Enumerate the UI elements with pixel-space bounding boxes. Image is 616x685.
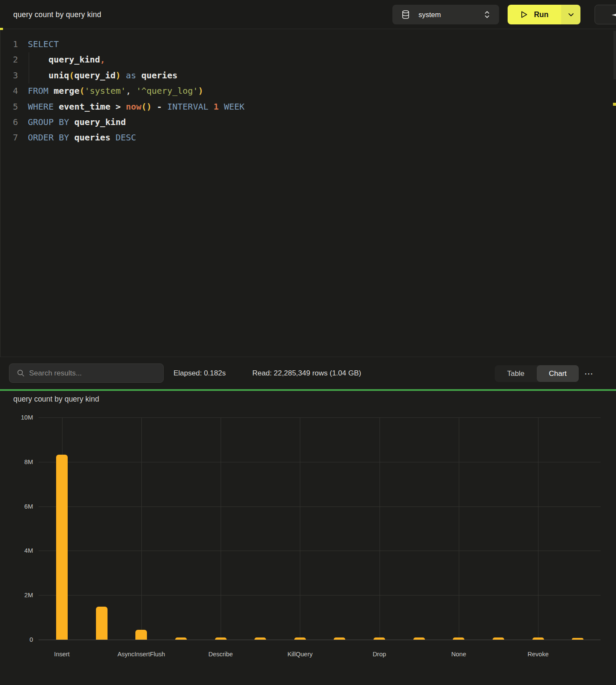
editor-overview-ruler[interactable]	[613, 30, 616, 357]
line-number: 5	[0, 99, 18, 114]
bar-insert[interactable]	[56, 455, 68, 640]
x-axis-label: Drop	[343, 651, 416, 658]
v-gridline	[380, 417, 380, 640]
code-text: SELECT	[28, 36, 59, 52]
y-axis-label: 8M	[0, 459, 33, 465]
code-text: WHERE event_time > now() - INTERVAL 1 WE…	[28, 99, 245, 114]
chart-panel: query count by query kind 10M8M6M4M2M0In…	[0, 391, 616, 685]
page-title: query count by query kind	[13, 0, 101, 29]
h-gridline	[39, 595, 601, 596]
code-text: uniq(query_id) as queries	[28, 68, 177, 83]
top-bar: query count by query kind system	[0, 0, 616, 29]
y-axis-label: 0	[0, 636, 33, 643]
bar-asyncinsertflush[interactable]	[135, 630, 147, 640]
line-number: 2	[0, 52, 18, 67]
code-text: GROUP BY query_kind	[28, 114, 126, 130]
chart-tab[interactable]: Chart	[537, 365, 579, 382]
ruler-cursor-mark	[613, 103, 616, 106]
line-number: 7	[0, 130, 18, 145]
v-gridline	[538, 417, 538, 640]
line-number: 6	[0, 114, 18, 130]
run-button[interactable]: Run	[508, 5, 561, 24]
code-line[interactable]: 1SELECT	[0, 36, 600, 52]
search-results-box[interactable]	[9, 363, 164, 383]
code-text: query_kind,	[28, 52, 105, 67]
sql-editor[interactable]: 1SELECT2 query_kind,3 uniq(query_id) as …	[0, 30, 616, 357]
code-line[interactable]: 4FROM merge('system', '^query_log')	[0, 83, 600, 98]
search-input[interactable]	[29, 369, 163, 378]
code-text: ORDER BY queries DESC	[28, 130, 136, 145]
code-text: FROM merge('system', '^query_log')	[28, 83, 203, 98]
chevron-up-down-icon	[484, 10, 490, 19]
sparkle-icon	[611, 9, 616, 21]
elapsed-label: Elapsed: 0.182s	[173, 357, 226, 390]
table-tab[interactable]: Table	[495, 365, 537, 382]
line-number: 1	[0, 36, 18, 52]
code-line[interactable]: 5WHERE event_time > now() - INTERVAL 1 W…	[0, 99, 600, 114]
scrollbar-thumb[interactable]	[613, 31, 616, 79]
read-rows-label: Read: 22,285,349 rows (1.04 GB)	[252, 357, 361, 390]
y-axis-label: 2M	[0, 592, 33, 599]
y-axis-label: 6M	[0, 503, 33, 510]
results-toolbar: Elapsed: 0.182s Read: 22,285,349 rows (1…	[0, 357, 616, 389]
x-axis-label: Insert	[26, 651, 99, 658]
ai-assist-button[interactable]	[595, 5, 616, 24]
code-line[interactable]: 6GROUP BY query_kind	[0, 114, 600, 130]
database-icon	[402, 10, 410, 19]
x-axis-label: Revoke	[502, 651, 574, 658]
chevron-down-icon	[568, 13, 574, 17]
database-selector[interactable]: system	[392, 5, 499, 24]
h-gridline	[39, 551, 601, 551]
search-icon	[17, 369, 24, 377]
x-axis-line	[39, 640, 601, 640]
v-gridline	[221, 417, 221, 640]
v-gridline	[141, 417, 142, 640]
y-axis-label: 10M	[0, 414, 33, 421]
line-number: 3	[0, 68, 18, 83]
h-gridline	[39, 506, 601, 507]
database-selector-value: system	[419, 11, 484, 19]
editor-modified-tick	[0, 28, 3, 30]
view-toggle: Table Chart	[495, 365, 579, 382]
run-button-group: Run	[508, 5, 580, 24]
bar-chart-plot[interactable]: 10M8M6M4M2M0InsertAsyncInsertFlushDescri…	[39, 417, 601, 640]
h-gridline	[39, 462, 601, 462]
run-options-button[interactable]	[561, 5, 580, 24]
bar-unlabeled-1[interactable]	[96, 607, 108, 640]
line-number: 4	[0, 83, 18, 98]
code-line[interactable]: 2 query_kind,	[0, 52, 600, 67]
indent-guide	[29, 52, 29, 83]
chart-title: query count by query kind	[13, 395, 99, 404]
x-axis-label: Describe	[184, 651, 257, 658]
x-axis-label: AsyncInsertFlush	[105, 651, 178, 658]
h-gridline	[39, 417, 601, 418]
more-options-button[interactable]: ⋯	[582, 365, 596, 382]
sql-console: query count by query kind system	[0, 0, 616, 685]
play-icon	[520, 10, 528, 19]
v-gridline	[300, 417, 300, 640]
v-gridline	[459, 417, 459, 640]
code-line[interactable]: 3 uniq(query_id) as queries	[0, 68, 600, 83]
x-axis-label: None	[422, 651, 495, 658]
y-axis-label: 4M	[0, 547, 33, 554]
x-axis-label: KillQuery	[263, 651, 336, 658]
code-line[interactable]: 7ORDER BY queries DESC	[0, 130, 600, 145]
